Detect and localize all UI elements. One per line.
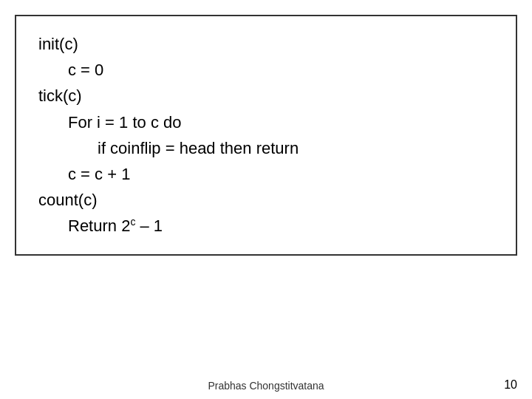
code-line-4: For i = 1 to c do bbox=[38, 109, 494, 135]
code-line-5: if coinflip = head then return bbox=[38, 135, 494, 161]
page-number: 10 bbox=[504, 378, 517, 392]
code-container: init(c) c = 0 tick(c) For i = 1 to c do … bbox=[15, 15, 517, 256]
return-prefix: Return 2 bbox=[68, 216, 130, 235]
code-line-6: c = c + 1 bbox=[38, 161, 494, 187]
code-block: init(c) c = 0 tick(c) For i = 1 to c do … bbox=[38, 31, 494, 239]
footer: Prabhas Chongstitvatana bbox=[0, 380, 532, 392]
footer-author: Prabhas Chongstitvatana bbox=[208, 380, 324, 392]
code-line-7: count(c) bbox=[38, 187, 494, 213]
return-suffix: – 1 bbox=[135, 216, 163, 235]
code-line-3: tick(c) bbox=[38, 83, 494, 109]
code-line-8: Return 2c – 1 bbox=[38, 213, 494, 239]
code-line-1: init(c) bbox=[38, 31, 494, 57]
code-line-2: c = 0 bbox=[38, 57, 494, 83]
